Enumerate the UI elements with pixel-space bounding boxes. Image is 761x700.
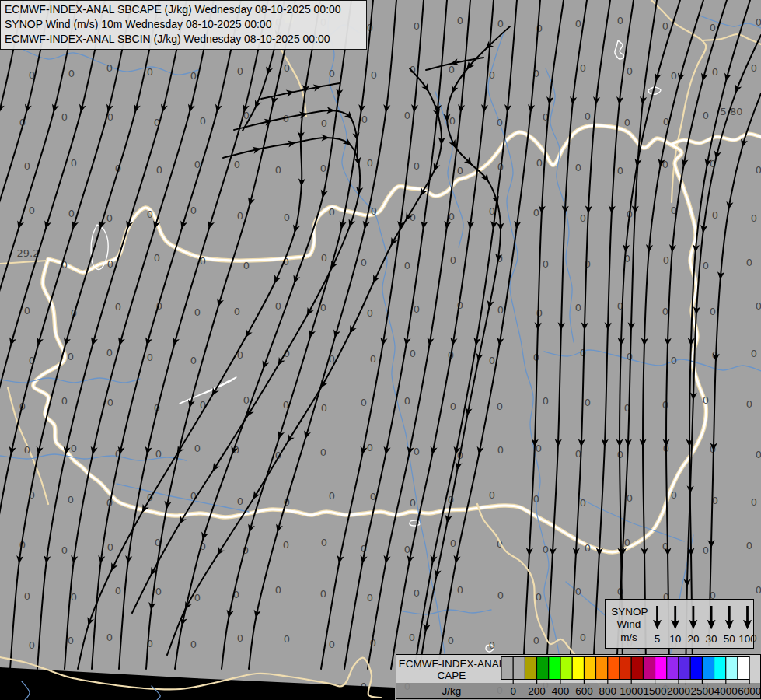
station-value: 0 (536, 157, 543, 169)
cape-swatch (501, 657, 513, 680)
wind-legend-title: SYNOP (611, 606, 648, 618)
cape-color-swatches (501, 657, 749, 680)
station-value: 0 (71, 591, 77, 603)
station-value: 0 (68, 208, 75, 219)
station-value: 0 (414, 303, 420, 315)
station-value: 0 (404, 395, 410, 407)
station-value: 0 (284, 62, 290, 74)
station-value: 0 (457, 584, 463, 596)
station-value: 0 (68, 635, 74, 646)
station-value: 0 (663, 254, 669, 266)
station-value: 0 (756, 16, 761, 28)
station-value: 0 (61, 395, 68, 407)
station-value: 0 (580, 212, 586, 224)
station-value: 0 (147, 208, 153, 220)
station-value: 0 (671, 489, 677, 501)
station-value: 0 (536, 307, 543, 319)
station-value: 0 (756, 449, 761, 460)
station-value: 0 (200, 399, 206, 411)
station-value: 0 (190, 70, 197, 82)
station-value: 0 (627, 492, 633, 504)
station-value: 0 (712, 209, 718, 221)
station-value: 0 (371, 69, 377, 81)
cape-swatch (549, 657, 560, 680)
cape-swatch (537, 657, 549, 680)
station-value: 0 (457, 165, 463, 177)
station-value: 0 (450, 537, 456, 549)
station-value: 0 (575, 586, 581, 597)
station-value: 0 (61, 111, 68, 123)
cape-swatch (631, 657, 643, 680)
cape-tick-label: 4000 (714, 685, 738, 697)
station-value: 0 (367, 442, 373, 453)
station-value: 0 (624, 537, 630, 548)
station-value: 0 (190, 355, 197, 366)
station-value: 0 (751, 62, 757, 74)
station-value: 0 (450, 401, 456, 412)
station-value: 0 (580, 632, 586, 643)
station-value: 0 (489, 355, 495, 366)
station-value: 0 (106, 632, 113, 643)
station-value: 0 (710, 306, 716, 317)
station-value: 0 (237, 65, 243, 77)
station-value: 0 (536, 591, 542, 603)
cape-tick-label: 200 (528, 685, 546, 697)
station-value: 0 (147, 352, 153, 363)
station-value: 0 (751, 348, 757, 359)
station-value: 0 (580, 62, 586, 74)
station-value: 0 (107, 258, 113, 270)
station-value: 0 (617, 165, 623, 177)
cape-swatch (738, 657, 749, 680)
station-value: 0 (580, 497, 586, 509)
station-value: 0 (404, 260, 410, 271)
station-value: 0 (200, 115, 206, 127)
wind-speed-label: 30 (706, 633, 717, 645)
cape-swatch (608, 657, 620, 680)
wind-legend-subtitle: Wind (617, 618, 641, 630)
station-value: 0 (497, 444, 504, 456)
cape-colorbar-legend: ECMWF-INDEX-ANAL CAPE J/kg 0200400600800… (396, 654, 761, 699)
station-value: 0 (448, 635, 454, 646)
station-value: 0 (320, 588, 326, 600)
station-value: 0 (662, 306, 668, 317)
station-value: 0 (489, 489, 495, 501)
station-value: 0 (155, 448, 162, 460)
station-value: 0 (627, 65, 633, 77)
station-value: 0 (497, 401, 503, 412)
station-value: 29.2 (17, 247, 40, 259)
cape-swatch (690, 657, 702, 680)
station-value: 0 (367, 307, 373, 319)
station-value: 0 (497, 117, 503, 128)
wind-legend-units: m/s (620, 632, 637, 643)
station-value: 0 (29, 639, 35, 651)
station-value: 0 (703, 260, 709, 271)
cape-swatch (560, 657, 572, 680)
station-value: 0 (275, 450, 281, 461)
station-value: 0 (585, 110, 591, 122)
station-value: 0 (662, 159, 668, 170)
station-value: 5.80 (721, 106, 743, 117)
station-value: 0 (449, 64, 455, 75)
cape-tick-label: 800 (599, 685, 617, 697)
station-value: 0 (617, 15, 623, 26)
station-value: 0 (543, 258, 549, 270)
station-value: 0 (106, 212, 113, 224)
station-value: 0 (68, 351, 74, 362)
cape-tick-label: 400 (552, 685, 570, 697)
station-value: 0 (756, 584, 761, 596)
station-value: 0 (321, 117, 327, 129)
station-value: 0 (284, 633, 290, 645)
title-line-synop-wind: SYNOP Wind (m/s) 10m Wednesday 08-10-202… (5, 17, 362, 32)
station-value: 0 (194, 306, 201, 318)
station-value: 0 (361, 397, 367, 408)
station-value: 0 (275, 584, 281, 596)
station-value: 0 (751, 212, 757, 224)
cape-swatch (714, 657, 726, 680)
station-value: 0 (575, 162, 581, 173)
station-value: 0 (190, 205, 197, 216)
station-value: 0 (450, 254, 456, 266)
station-value: 0 (234, 306, 240, 317)
cape-swatch (513, 657, 525, 680)
station-value: 0 (115, 585, 121, 597)
station-value: 0 (585, 397, 591, 408)
